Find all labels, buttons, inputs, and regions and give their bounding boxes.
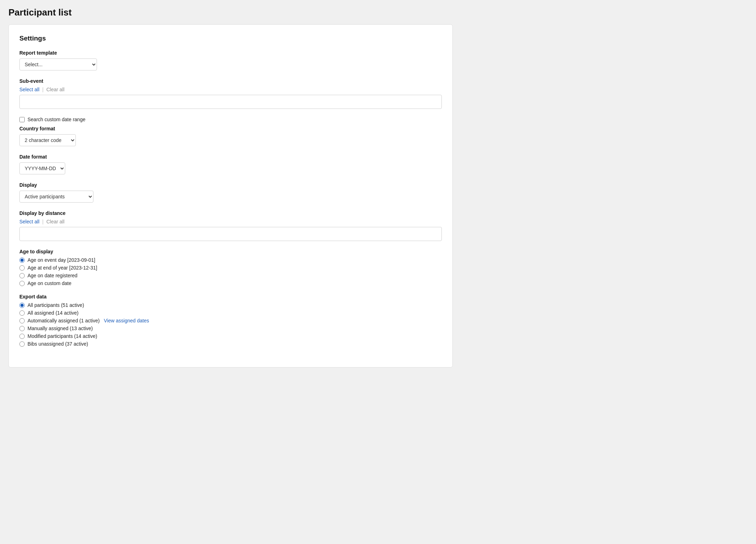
export-assigned-label: All assigned (14 active) <box>28 310 79 316</box>
export-bibs-unassigned-label: Bibs unassigned (37 active) <box>28 341 88 347</box>
sub-event-group: Sub-event Select all | Clear all <box>19 78 442 109</box>
export-option-modified: Modified participants (14 active) <box>19 333 442 339</box>
age-radio-group: Age on event day [2023-09-01] Age at end… <box>19 257 442 286</box>
search-custom-date-checkbox[interactable] <box>19 117 25 122</box>
age-option-end-of-year: Age at end of year [2023-12-31] <box>19 265 442 271</box>
country-format-group: Country format 2 character code Full nam… <box>19 126 442 146</box>
distance-multiselect[interactable] <box>19 227 442 241</box>
country-format-select[interactable]: 2 character code Full name <box>19 134 76 146</box>
date-format-label: Date format <box>19 154 442 160</box>
age-to-display-label: Age to display <box>19 249 442 254</box>
export-radio-group: All participants (51 active) All assigne… <box>19 302 442 347</box>
age-custom-date-radio[interactable] <box>19 281 25 286</box>
export-modified-label: Modified participants (14 active) <box>28 333 97 339</box>
distance-clear-all-button[interactable]: Clear all <box>46 219 64 224</box>
export-manually-assigned-radio[interactable] <box>19 326 25 331</box>
age-to-display-group: Age to display Age on event day [2023-09… <box>19 249 442 286</box>
export-assigned-radio[interactable] <box>19 310 25 316</box>
distance-divider: | <box>42 219 44 224</box>
sub-event-multiselect[interactable] <box>19 95 442 109</box>
export-option-bibs-unassigned: Bibs unassigned (37 active) <box>19 341 442 347</box>
search-custom-date-label: Search custom date range <box>28 117 85 122</box>
age-option-date-registered: Age on date registered <box>19 273 442 278</box>
report-template-select[interactable]: Select... <box>19 58 97 70</box>
export-data-group: Export data All participants (51 active)… <box>19 294 442 347</box>
display-by-distance-group: Display by distance Select all | Clear a… <box>19 210 442 241</box>
export-option-auto-assigned: Automatically assigned (1 active) View a… <box>19 318 442 323</box>
country-format-label: Country format <box>19 126 442 131</box>
display-group: Display Active participants All particip… <box>19 182 442 203</box>
settings-heading: Settings <box>19 35 442 42</box>
age-end-year-label: Age at end of year [2023-12-31] <box>28 265 97 271</box>
age-event-day-label: Age on event day [2023-09-01] <box>28 257 95 263</box>
age-date-registered-radio[interactable] <box>19 273 25 278</box>
sub-event-select-all-button[interactable]: Select all <box>19 87 39 92</box>
date-format-group: Date format YYYY-MM-DD MM/DD/YYYY DD/MM/… <box>19 154 442 174</box>
export-data-label: Export data <box>19 294 442 299</box>
export-auto-assigned-radio[interactable] <box>19 318 25 323</box>
export-modified-radio[interactable] <box>19 334 25 339</box>
export-auto-assigned-label: Automatically assigned (1 active) <box>28 318 101 323</box>
display-label: Display <box>19 182 442 188</box>
export-manually-assigned-label: Manually assigned (13 active) <box>28 326 93 331</box>
date-format-select[interactable]: YYYY-MM-DD MM/DD/YYYY DD/MM/YYYY <box>19 162 65 174</box>
sub-event-controls: Select all | Clear all <box>19 87 442 92</box>
sub-event-label: Sub-event <box>19 78 442 84</box>
display-by-distance-controls: Select all | Clear all <box>19 219 442 224</box>
view-assigned-dates-link[interactable]: View assigned dates <box>104 318 149 323</box>
report-template-group: Report template Select... <box>19 50 442 70</box>
export-bibs-unassigned-radio[interactable] <box>19 341 25 347</box>
age-event-day-radio[interactable] <box>19 258 25 263</box>
age-date-registered-label: Age on date registered <box>28 273 78 278</box>
settings-card: Settings Report template Select... Sub-e… <box>8 24 453 367</box>
display-select[interactable]: Active participants All participants Ina… <box>19 191 93 203</box>
export-all-label: All participants (51 active) <box>28 302 84 308</box>
search-custom-date-group: Search custom date range <box>19 117 442 122</box>
export-option-assigned: All assigned (14 active) <box>19 310 442 316</box>
sub-event-divider: | <box>42 87 44 92</box>
age-custom-date-label: Age on custom date <box>28 280 72 286</box>
age-option-custom-date: Age on custom date <box>19 280 442 286</box>
age-end-year-radio[interactable] <box>19 265 25 271</box>
export-option-manually: Manually assigned (13 active) <box>19 326 442 331</box>
display-by-distance-label: Display by distance <box>19 210 442 216</box>
export-option-all: All participants (51 active) <box>19 302 442 308</box>
report-template-label: Report template <box>19 50 442 56</box>
age-option-event-day: Age on event day [2023-09-01] <box>19 257 442 263</box>
distance-select-all-button[interactable]: Select all <box>19 219 39 224</box>
sub-event-clear-all-button[interactable]: Clear all <box>46 87 64 92</box>
page-title: Participant list <box>8 7 748 18</box>
export-all-radio[interactable] <box>19 303 25 308</box>
